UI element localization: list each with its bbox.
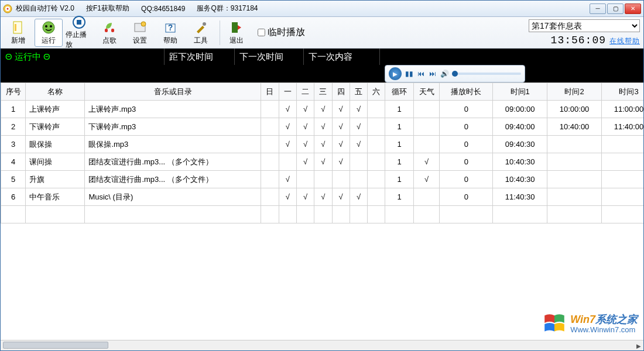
- table-cell[interactable]: √: [332, 118, 350, 136]
- table-cell[interactable]: 团结友谊进行曲.mp3... （多个文件）: [85, 153, 261, 171]
- table-cell[interactable]: [350, 206, 367, 223]
- table-cell[interactable]: √: [296, 101, 314, 118]
- table-cell[interactable]: 0: [440, 153, 493, 171]
- table-cell[interactable]: [261, 153, 279, 171]
- table-cell[interactable]: 上课铃声.mp3: [85, 101, 261, 118]
- table-cell[interactable]: [261, 101, 279, 118]
- table-cell[interactable]: 10:40:30: [493, 153, 547, 171]
- col-sun[interactable]: 日: [261, 83, 279, 101]
- col-wed[interactable]: 三: [314, 83, 332, 101]
- table-row[interactable]: 1上课铃声上课铃声.mp3√√√√√1009:00:0010:00:0011:0…: [1, 101, 644, 118]
- scrollbar-thumb[interactable]: [3, 342, 108, 349]
- table-cell[interactable]: 6: [1, 188, 26, 206]
- col-loop[interactable]: 循环: [385, 83, 413, 101]
- table-cell[interactable]: [440, 206, 493, 223]
- table-cell[interactable]: 下课铃声: [26, 118, 85, 136]
- help-button[interactable]: ? 帮助: [156, 19, 184, 47]
- pause-icon[interactable]: ▮▮: [405, 70, 413, 78]
- table-cell[interactable]: 10:40:00: [547, 118, 602, 136]
- table-cell[interactable]: [261, 188, 279, 206]
- table-cell[interactable]: [413, 136, 439, 153]
- table-cell[interactable]: [547, 153, 602, 171]
- exit-button[interactable]: 退出: [222, 19, 251, 47]
- table-cell[interactable]: [85, 206, 261, 223]
- col-seq[interactable]: 序号: [1, 83, 26, 101]
- table-row[interactable]: 6中午音乐Music\ (目录)√√√√√1011:40:30: [1, 188, 644, 206]
- play-button[interactable]: ▶: [389, 67, 402, 80]
- table-cell[interactable]: [1, 206, 26, 223]
- table-cell[interactable]: 眼保操: [26, 136, 85, 153]
- table-cell[interactable]: [547, 136, 602, 153]
- table-cell[interactable]: [413, 118, 439, 136]
- table-cell[interactable]: [547, 206, 602, 223]
- table-cell[interactable]: √: [413, 171, 439, 188]
- table-cell[interactable]: 1: [385, 188, 413, 206]
- table-cell[interactable]: 课间操: [26, 153, 85, 171]
- run-button[interactable]: 运行: [35, 19, 63, 47]
- table-cell[interactable]: 升旗: [26, 171, 85, 188]
- table-cell[interactable]: [332, 171, 350, 188]
- table-cell[interactable]: 09:40:30: [493, 136, 547, 153]
- table-cell[interactable]: [332, 206, 350, 223]
- table-cell[interactable]: [368, 188, 385, 206]
- table-cell[interactable]: [368, 118, 385, 136]
- close-button[interactable]: ✕: [625, 4, 641, 14]
- table-cell[interactable]: 0: [440, 171, 493, 188]
- table-cell[interactable]: [261, 171, 279, 188]
- table-cell[interactable]: 10:00:00: [547, 101, 602, 118]
- table-cell[interactable]: [26, 206, 85, 223]
- table-cell[interactable]: 0: [440, 188, 493, 206]
- table-cell[interactable]: 4: [1, 153, 26, 171]
- table-cell[interactable]: √: [350, 188, 367, 206]
- table-row[interactable]: 5升旗团结友谊进行曲.mp3... （多个文件）√1√010:40:30: [1, 171, 644, 188]
- table-cell[interactable]: [368, 206, 385, 223]
- table-cell[interactable]: 11:40:30: [493, 188, 547, 206]
- col-time2[interactable]: 时间2: [547, 83, 602, 101]
- table-cell[interactable]: 1: [1, 101, 26, 118]
- seek-slider[interactable]: [452, 73, 521, 75]
- new-button[interactable]: 新增: [4, 19, 32, 47]
- next-icon[interactable]: ⏭: [429, 70, 437, 78]
- online-help-link[interactable]: 在线帮助: [609, 37, 640, 46]
- table-cell[interactable]: [602, 153, 643, 171]
- col-weather[interactable]: 天气: [413, 83, 439, 101]
- table-cell[interactable]: [296, 206, 314, 223]
- table-cell[interactable]: 团结友谊进行曲.mp3... （多个文件）: [85, 171, 261, 188]
- table-cell[interactable]: √: [314, 101, 332, 118]
- table-cell[interactable]: √: [332, 188, 350, 206]
- table-cell[interactable]: [350, 153, 367, 171]
- table-cell[interactable]: [602, 206, 643, 223]
- minimize-button[interactable]: ─: [590, 4, 606, 14]
- table-cell[interactable]: Music\ (目录): [85, 188, 261, 206]
- table-cell[interactable]: [368, 101, 385, 118]
- table-cell[interactable]: [547, 171, 602, 188]
- table-cell[interactable]: √: [296, 153, 314, 171]
- horizontal-scrollbar[interactable]: ◀ ▶: [1, 340, 643, 350]
- col-time3[interactable]: 时间3: [602, 83, 643, 101]
- table-cell[interactable]: 11:00:00: [602, 101, 643, 118]
- table-cell[interactable]: [368, 171, 385, 188]
- col-time1[interactable]: 时间1: [493, 83, 547, 101]
- tools-button[interactable]: 工具: [187, 19, 215, 47]
- table-cell[interactable]: 09:00:00: [493, 101, 547, 118]
- table-cell[interactable]: [413, 101, 439, 118]
- table-cell[interactable]: [261, 118, 279, 136]
- table-cell[interactable]: 1: [385, 118, 413, 136]
- temp-play-input[interactable]: [258, 29, 265, 36]
- volume-icon[interactable]: 🔊: [440, 70, 448, 78]
- table-row[interactable]: 4课间操团结友谊进行曲.mp3... （多个文件）√√√1√010:40:30: [1, 153, 644, 171]
- table-cell[interactable]: √: [332, 101, 350, 118]
- table-cell[interactable]: [602, 188, 643, 206]
- table-cell[interactable]: √: [279, 118, 296, 136]
- col-duration[interactable]: 播放时长: [440, 83, 493, 101]
- table-row[interactable]: 3眼保操眼保操.mp3√√√√√1009:40:30: [1, 136, 644, 153]
- table-cell[interactable]: 2: [1, 118, 26, 136]
- table-cell[interactable]: [602, 171, 643, 188]
- schedule-select[interactable]: 第17套作息表: [529, 19, 640, 32]
- table-row-empty[interactable]: [1, 206, 644, 223]
- table-cell[interactable]: [314, 171, 332, 188]
- table-cell[interactable]: √: [332, 136, 350, 153]
- table-cell[interactable]: √: [279, 171, 296, 188]
- table-cell[interactable]: 1: [385, 153, 413, 171]
- temp-play-checkbox[interactable]: 临时播放: [258, 26, 305, 39]
